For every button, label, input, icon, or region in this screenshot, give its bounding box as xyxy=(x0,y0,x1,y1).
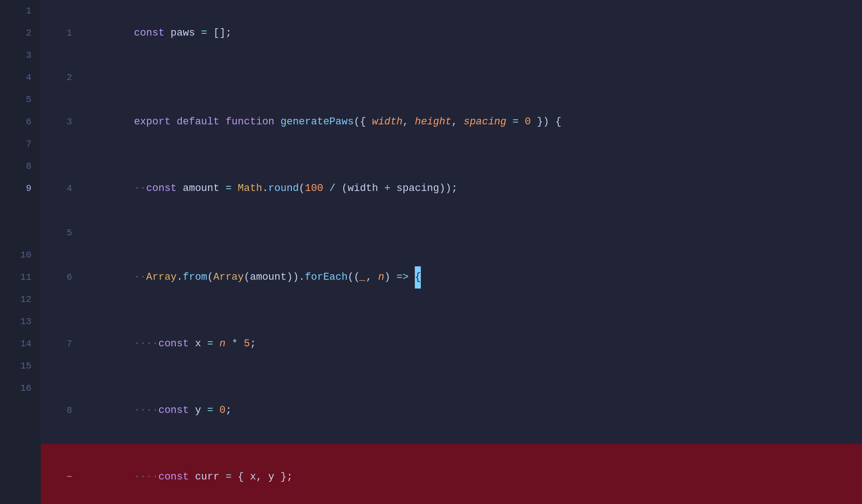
code-line-8: 8 ····const y = 0; xyxy=(41,377,862,444)
line-num-left-12: 12 xyxy=(0,289,41,311)
code-line-3: 3 export default function generatePaws({… xyxy=(41,89,862,155)
right-num-7: 7 xyxy=(41,333,81,355)
right-num-6: 6 xyxy=(41,266,81,289)
line-num-left-4: 4 xyxy=(0,67,41,89)
code-area: 1 const paws = []; 2 3 export default fu… xyxy=(41,0,862,504)
code-8: ····const y = 0; xyxy=(81,377,862,444)
code-7: ····const x = n * 5; xyxy=(81,311,862,377)
line-num-left-7: 7 xyxy=(0,133,41,155)
code-line-4: 4 ··const amount = Math.round(100 / (wid… xyxy=(41,155,862,222)
right-num-5: 5 xyxy=(41,222,81,244)
left-gutter: 1 2 3 4 5 6 7 8 9 10 11 12 13 14 15 16 xyxy=(0,0,41,504)
code-3: export default function generatePaws({ w… xyxy=(81,89,862,155)
line-num-left-6: 6 xyxy=(0,111,41,133)
code-line-6: 6 ··Array.from(Array(amount)).forEach((_… xyxy=(41,244,862,311)
code-line-7: 7 ····const x = n * 5; xyxy=(41,311,862,377)
code-line-1: 1 const paws = []; xyxy=(41,0,862,67)
line-num-left-9plus-empty xyxy=(0,200,41,222)
code-9-removed: ····const curr = { x, y }; xyxy=(81,444,862,504)
right-num-2: 2 xyxy=(41,67,81,89)
code-6: ··Array.from(Array(amount)).forEach((_, … xyxy=(81,244,862,311)
code-4: ··const amount = Math.round(100 / (width… xyxy=(81,155,862,222)
code-1: const paws = []; xyxy=(81,0,862,67)
line-num-left-13: 13 xyxy=(0,311,41,333)
line-num-left-5: 5 xyxy=(0,89,41,111)
line-num-left-10: 10 xyxy=(0,244,41,266)
right-num-8: 8 xyxy=(41,400,81,422)
code-editor: 1 2 3 4 5 6 7 8 9 10 11 12 13 14 15 16 1… xyxy=(0,0,862,504)
line-num-left-1: 1 xyxy=(0,0,41,22)
line-num-left-2: 2 xyxy=(0,22,41,44)
right-num-4: 4 xyxy=(41,178,81,200)
line-num-left-11: 11 xyxy=(0,266,41,289)
code-5 xyxy=(81,222,862,244)
line-num-left-10plus-empty xyxy=(0,222,41,244)
line-num-left-14: 14 xyxy=(0,333,41,355)
code-line-5: 5 xyxy=(41,222,862,244)
right-num-3: 3 xyxy=(41,111,81,133)
line-num-left-16: 16 xyxy=(0,377,41,400)
line-num-left-8: 8 xyxy=(0,155,41,178)
code-line-9-removed: − ····const curr = { x, y }; xyxy=(41,444,862,504)
line-num-left-15: 15 xyxy=(0,355,41,377)
right-num-1: 1 xyxy=(41,22,81,44)
line-num-left-9: 9 xyxy=(0,178,41,200)
line-num-left-3: 3 xyxy=(0,44,41,67)
right-num-9-removed: − xyxy=(41,466,81,488)
code-2 xyxy=(81,67,862,89)
code-line-2: 2 xyxy=(41,67,862,89)
